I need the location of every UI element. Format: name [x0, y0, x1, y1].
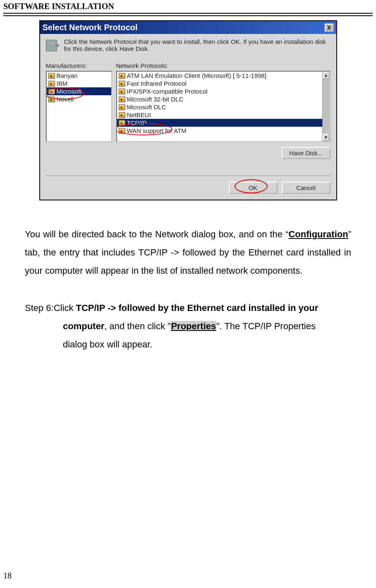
- rule-top: [3, 13, 373, 14]
- scroll-down-icon[interactable]: ▼: [323, 134, 330, 141]
- protocol-icon: [48, 96, 55, 102]
- protocol-icon: [119, 112, 125, 118]
- list-item[interactable]: ATM LAN Emulation Client (Microsoft) [ 5…: [117, 72, 330, 80]
- dialog-title: Select Network Protocol: [43, 23, 138, 32]
- dialog-titlebar: Select Network Protocol X: [40, 21, 336, 34]
- protocol-icon: [48, 73, 55, 79]
- list-item[interactable]: Microsoft: [47, 87, 111, 95]
- select-network-protocol-dialog: Select Network Protocol X Click the Netw…: [39, 20, 337, 200]
- protocol-icon: [119, 73, 125, 79]
- list-item[interactable]: Banyan: [47, 72, 111, 80]
- paragraph-1: You will be directed back to the Network…: [25, 225, 351, 280]
- list-item[interactable]: Microsoft DLC: [117, 103, 330, 111]
- list-item[interactable]: WAN support for ATM: [117, 127, 330, 135]
- list-item[interactable]: NetBEUI: [117, 111, 330, 119]
- rule-bottom: [3, 15, 373, 16]
- protocols-listbox[interactable]: ATM LAN Emulation Client (Microsoft) [ 5…: [116, 71, 330, 142]
- scrollbar[interactable]: ▲ ▼: [322, 72, 330, 141]
- dialog-instruction: Click the Network Protocol that you want…: [64, 38, 330, 52]
- protocols-label: Network Protocols:: [116, 62, 330, 69]
- list-item[interactable]: Novell: [47, 95, 111, 103]
- page-number: 18: [3, 571, 12, 581]
- protocol-icon: [119, 128, 125, 134]
- close-icon[interactable]: X: [325, 24, 334, 32]
- list-item[interactable]: Fast Infrared Protocol: [117, 80, 330, 87]
- properties-highlight: Properties: [170, 321, 216, 331]
- manufacturers-label: Manufacturers:: [46, 62, 112, 69]
- protocol-icon: [119, 104, 125, 110]
- page-header: SOFTWARE INSTALLATION: [0, 0, 376, 12]
- network-icon: [46, 40, 57, 51]
- protocol-icon: [119, 89, 125, 94]
- list-item[interactable]: IBM: [47, 80, 111, 87]
- have-disk-button[interactable]: Have Disk...: [282, 147, 330, 159]
- ok-button[interactable]: OK: [229, 182, 278, 194]
- protocol-icon: [119, 96, 125, 102]
- protocol-icon: [48, 89, 55, 94]
- body-text: You will be directed back to the Network…: [0, 200, 376, 354]
- protocol-icon: [48, 81, 55, 87]
- configuration-highlight: Configuration: [288, 229, 348, 239]
- list-item[interactable]: IPX/SPX-compatible Protocol: [117, 87, 330, 95]
- step-6: Step 6:Click TCP/IP -> followed by the E…: [25, 299, 351, 354]
- scroll-up-icon[interactable]: ▲: [323, 72, 330, 79]
- list-item[interactable]: Microsoft 32-bit DLC: [117, 95, 330, 103]
- protocol-icon: [119, 120, 125, 126]
- list-item[interactable]: TCP/IP: [117, 119, 330, 127]
- protocol-icon: [119, 81, 125, 87]
- manufacturers-listbox[interactable]: Banyan IBM Microsoft Novell: [46, 71, 112, 142]
- cancel-button[interactable]: Cancel: [282, 182, 330, 194]
